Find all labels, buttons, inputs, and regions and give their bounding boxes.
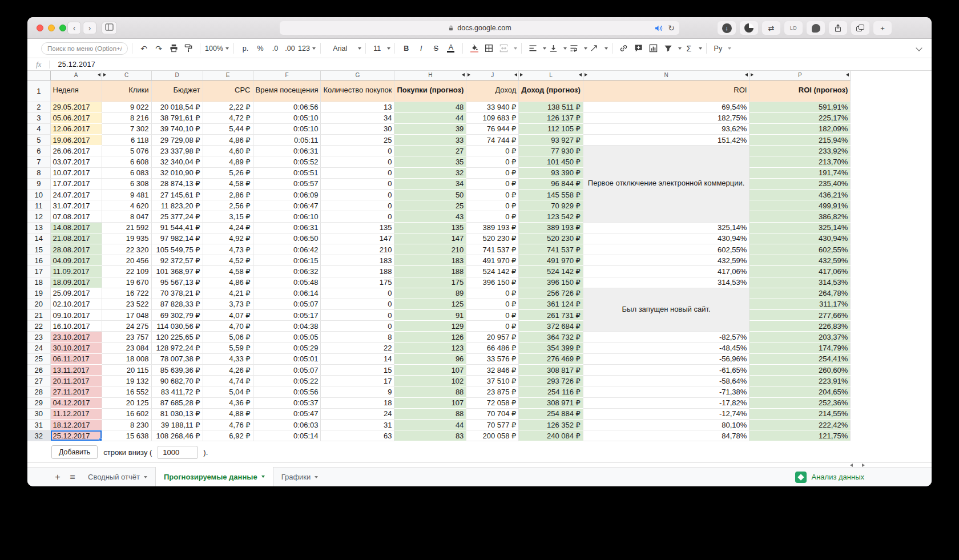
column-header-H[interactable]: H [394,71,466,80]
font-size-caret[interactable] [387,47,390,50]
minimize-button[interactable] [48,25,55,31]
font-select[interactable]: Arial [325,42,355,55]
cpc-cell[interactable]: 4,86 ₽ [203,135,253,146]
cpc-cell[interactable]: 4,07 ₽ [203,310,253,321]
roi-forecast-cell[interactable]: 215,94% [750,135,851,146]
purchases-forecast-cell[interactable]: 44 [394,112,466,123]
cpc-cell[interactable]: 6,92 ₽ [203,430,253,441]
purchases-forecast-cell[interactable]: 183 [394,255,466,266]
visit-time-cell[interactable]: 0:05:07 [253,299,321,309]
roi-cell[interactable]: -12,74% [583,408,750,419]
roi-cell[interactable]: 69,54% [583,102,750,112]
budget-cell[interactable]: 87 685,28 ₽ [151,397,203,408]
row-header-4[interactable]: 4 [27,123,50,134]
revenue-forecast-cell[interactable]: 396 150 ₽ [519,277,583,288]
ld-extension-button[interactable]: LD [784,21,803,35]
column-header-N[interactable]: N [583,71,750,80]
budget-cell[interactable]: 27 145,61 ₽ [151,190,203,200]
clicks-cell[interactable]: 23 522 [102,299,151,309]
roi-cell[interactable]: 314,53% [583,277,750,288]
budget-cell[interactable]: 114 030,56 ₽ [151,321,203,332]
purchases-forecast-cell[interactable]: 129 [394,321,466,332]
menu-search-input[interactable] [41,42,128,55]
explore-button[interactable]: Анализ данных [795,468,864,486]
date-cell[interactable]: 23.10.2017 [50,332,102,343]
visit-time-cell[interactable]: 0:05:22 [253,376,321,386]
revenue-forecast-cell[interactable]: 145 558 ₽ [519,190,583,200]
merge-cells-caret[interactable] [514,47,517,50]
date-cell[interactable]: 11.09.2017 [50,266,102,277]
column-header-C[interactable]: C [102,71,151,80]
roi-cell[interactable]: 84,78% [583,430,750,441]
selected-cell[interactable]: 25.12.2017 [50,430,102,441]
horizontal-align-button[interactable] [526,42,540,55]
revenue-cell[interactable]: 0 ₽ [466,299,519,309]
cpc-cell[interactable]: 5,06 ₽ [203,332,253,343]
decrease-decimals-button[interactable]: .0 [268,42,282,55]
purchases-forecast-cell[interactable]: 175 [394,277,466,288]
purchases-forecast-cell[interactable]: 102 [394,376,466,386]
sidebar-toggle-button[interactable] [102,22,117,34]
revenue-cell[interactable]: 32 846 ₽ [466,365,519,376]
vertical-align-caret[interactable] [563,47,567,50]
clicks-cell[interactable]: 7 302 [102,123,151,134]
visit-time-cell[interactable]: 0:06:42 [253,244,321,255]
hidden-column-expand-icon[interactable] [846,73,849,76]
text-wrap-button[interactable] [567,42,581,55]
purchases-cell[interactable]: 0 [321,200,394,211]
visit-time-cell[interactable]: 0:05:51 [253,167,321,178]
purchases-forecast-cell[interactable]: 125 [394,299,466,309]
tab-menu-caret[interactable] [144,476,147,478]
row-header-29[interactable]: 29 [27,397,50,408]
visit-time-cell[interactable]: 0:05:07 [253,365,321,376]
row-header-22[interactable]: 22 [27,321,50,332]
revenue-forecast-cell[interactable]: 372 684 ₽ [519,321,583,332]
horizontal-scrollbar[interactable] [27,462,932,467]
purchases-cell[interactable]: 0 [321,211,394,222]
row-header-1[interactable]: 1 [27,80,50,102]
roi-forecast-cell[interactable]: 226,83% [750,321,851,332]
purchases-cell[interactable]: 13 [321,102,394,112]
cpc-cell[interactable]: 4,26 ₽ [203,365,253,376]
visit-time-cell[interactable]: 0:05:52 [253,156,321,167]
visit-time-cell[interactable]: 0:06:15 [253,255,321,266]
roi-forecast-cell[interactable]: 386,82% [750,211,851,222]
revenue-cell[interactable]: 0 ₽ [466,190,519,200]
purchases-cell[interactable]: 188 [321,266,394,277]
date-cell[interactable]: 28.08.2017 [50,244,102,255]
roi-forecast-cell[interactable]: 417,06% [750,266,851,277]
clicks-cell[interactable]: 9 022 [102,102,151,112]
row-header-21[interactable]: 21 [27,310,50,321]
clicks-cell[interactable]: 24 275 [102,321,151,332]
date-cell[interactable]: 09.10.2017 [50,310,102,321]
hidden-column-expand-icon[interactable] [579,73,582,76]
revenue-cell[interactable]: 0 ₽ [466,200,519,211]
roi-forecast-cell[interactable]: 264,78% [750,288,851,299]
budget-cell[interactable]: 32 010,90 ₽ [151,167,203,178]
clicks-cell[interactable]: 23 084 [102,343,151,353]
revenue-cell[interactable]: 33 940 ₽ [466,102,519,112]
row-header-9[interactable]: 9 [27,178,50,189]
cpc-cell[interactable]: 5,59 ₽ [203,343,253,353]
italic-button[interactable]: I [414,42,428,55]
cpc-cell[interactable]: 4,21 ₽ [203,288,253,299]
purchases-forecast-cell[interactable]: 83 [394,430,466,441]
purchases-forecast-cell[interactable]: 126 [394,332,466,343]
purchases-forecast-cell[interactable]: 107 [394,365,466,376]
budget-cell[interactable]: 70 378,21 ₽ [151,288,203,299]
roi-cell[interactable]: -56,96% [583,353,750,364]
format-currency-button[interactable]: р. [239,42,252,55]
purchases-forecast-cell[interactable]: 210 [394,244,466,255]
purchases-cell[interactable]: 147 [321,233,394,244]
visit-time-cell[interactable]: 0:05:47 [253,408,321,419]
purchases-cell[interactable]: 0 [321,167,394,178]
revenue-cell[interactable]: 491 970 ₽ [466,255,519,266]
clicks-cell[interactable]: 18 008 [102,353,151,364]
roi-forecast-cell[interactable]: 191,74% [750,167,851,178]
visit-time-cell[interactable]: 0:06:10 [253,211,321,222]
visit-time-cell[interactable]: 0:05:14 [253,430,321,441]
roi-forecast-cell[interactable]: 325,14% [750,222,851,233]
date-cell[interactable]: 19.06.2017 [50,135,102,146]
purchases-cell[interactable]: 9 [321,386,394,397]
hidden-column-expand-icon[interactable] [520,73,523,76]
